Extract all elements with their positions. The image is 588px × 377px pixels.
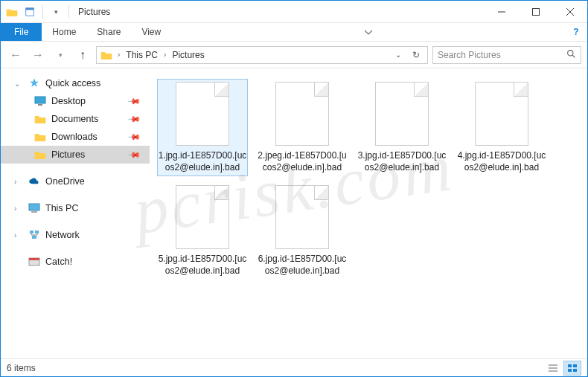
file-icon [176,185,229,249]
view-details-button[interactable] [544,361,562,376]
nav-onedrive[interactable]: › OneDrive [1,173,150,190]
nav-catch[interactable]: Catch! [1,253,150,271]
search-icon[interactable] [566,49,576,61]
close-button[interactable] [553,1,587,23]
file-item[interactable]: 4.jpg.id-1E857D00.[ucos2@elude.in].bad [456,79,547,176]
svg-rect-8 [35,97,45,103]
svg-point-6 [568,50,573,55]
expand-icon[interactable]: › [14,204,23,213]
file-name: 4.jpg.id-1E857D00.[ucos2@elude.in].bad [456,150,547,173]
tab-home[interactable]: Home [42,23,86,41]
svg-rect-1 [26,7,34,10]
status-bar: 6 items [1,358,587,376]
qat-props-icon[interactable] [23,5,36,19]
file-name: 5.jpg.id-1E857D00.[ucos2@elude.in].bad [157,254,248,277]
chevron-right-icon[interactable]: › [115,51,123,59]
folder-app-icon [5,5,19,19]
refresh-button[interactable]: ↻ [408,50,424,60]
file-icon [375,82,429,146]
title-bar: ▾ Pictures [1,1,587,23]
folder-icon [33,112,47,126]
breadcrumb-dropdown-icon[interactable]: ⌄ [390,50,406,60]
svg-rect-10 [29,204,39,210]
file-icon [176,82,229,146]
pin-icon: 📌 [127,147,141,161]
pin-icon: 📌 [127,129,141,144]
nav-item-documents[interactable]: Documents 📌 [1,110,150,128]
tab-share[interactable]: Share [86,23,131,41]
catch-icon [28,255,41,268]
svg-rect-3 [533,8,540,15]
maximize-button[interactable] [519,1,553,23]
file-icon [275,82,329,146]
cloud-icon [28,175,41,188]
nav-label: Desktop [51,96,86,106]
expand-icon[interactable]: › [14,178,23,186]
file-tab[interactable]: File [1,23,42,41]
expand-icon[interactable]: › [14,231,23,239]
svg-rect-16 [29,258,39,260]
search-input[interactable]: Search Pictures [432,46,581,64]
nav-label: OneDrive [45,176,85,187]
file-item[interactable]: 6.jpg.id-1E857D00.[ucos2@elude.in].bad [257,182,348,280]
file-item[interactable]: 2.jpeg.id-1E857D00.[ucos2@elude.in].bad [257,79,348,176]
ribbon-help-icon[interactable]: ? [565,23,587,41]
file-name: 3.jpg.id-1E857D00.[ucos2@elude.in].bad [357,150,447,173]
svg-rect-9 [38,104,42,106]
address-bar-row: ← → ▾ ↑ › This PC › Pictures ⌄ ↻ Search … [1,42,587,68]
nav-item-desktop[interactable]: Desktop 📌 [1,92,150,110]
svg-rect-20 [568,364,572,367]
svg-rect-13 [35,231,39,233]
nav-label: Documents [51,114,98,124]
up-button[interactable]: ↑ [74,46,92,64]
folder-icon [33,148,47,161]
nav-label: Downloads [51,132,98,142]
svg-line-7 [572,55,575,57]
nav-label: Catch! [45,257,72,267]
pin-icon: 📌 [127,112,141,126]
navigation-pane: ⌄ Quick access Desktop 📌 Documents 📌 Dow… [1,68,150,358]
file-item[interactable]: 5.jpg.id-1E857D00.[ucos2@elude.in].bad [157,182,248,280]
nav-label: Quick access [45,78,100,88]
file-item[interactable]: 1.jpg.id-1E857D00.[ucos2@elude.in].bad [157,79,248,176]
ribbon-expand-icon[interactable] [357,23,380,41]
minimize-button[interactable] [485,1,519,23]
breadcrumb-seg-thispc[interactable]: This PC [124,50,159,60]
nav-label: Network [45,230,80,240]
nav-label: Pictures [51,149,85,160]
nav-item-pictures[interactable]: Pictures 📌 [1,146,150,164]
status-item-count: 6 items [7,363,36,373]
network-icon [28,228,41,242]
collapse-icon[interactable]: ⌄ [14,80,23,88]
svg-rect-11 [31,211,37,213]
file-name: 2.jpeg.id-1E857D00.[ucos2@elude.in].bad [257,150,348,173]
view-large-icons-button[interactable] [563,361,581,376]
file-icon [275,185,329,249]
nav-thispc[interactable]: › This PC [1,199,150,217]
pin-icon: 📌 [127,94,141,108]
breadcrumb-seg-pictures[interactable]: Pictures [170,50,205,60]
svg-rect-22 [568,369,572,372]
nav-network[interactable]: › Network [1,226,150,244]
svg-rect-23 [573,369,577,372]
forward-button[interactable]: → [29,46,47,64]
tab-view[interactable]: View [131,23,171,41]
recent-dropdown-icon[interactable]: ▾ [51,46,69,64]
file-pane[interactable]: 1.jpg.id-1E857D00.[ucos2@elude.in].bad 2… [150,68,587,358]
qat-dropdown-icon[interactable]: ▾ [49,5,63,19]
nav-item-downloads[interactable]: Downloads 📌 [1,128,150,146]
folder-icon [33,130,47,144]
star-icon [28,77,41,90]
file-name: 6.jpg.id-1E857D00.[ucos2@elude.in].bad [257,254,348,277]
desktop-icon [33,94,47,108]
breadcrumb-folder-icon [100,48,113,62]
breadcrumb[interactable]: › This PC › Pictures ⌄ ↻ [96,46,428,64]
file-name: 1.jpg.id-1E857D00.[ucos2@elude.in].bad [157,150,248,173]
chevron-right-icon[interactable]: › [161,51,169,59]
svg-rect-21 [573,364,577,367]
search-placeholder: Search Pictures [438,50,501,60]
file-item[interactable]: 3.jpg.id-1E857D00.[ucos2@elude.in].bad [357,79,447,176]
nav-quick-access[interactable]: ⌄ Quick access [1,74,150,92]
file-icon [475,82,528,146]
back-button[interactable]: ← [7,46,25,64]
